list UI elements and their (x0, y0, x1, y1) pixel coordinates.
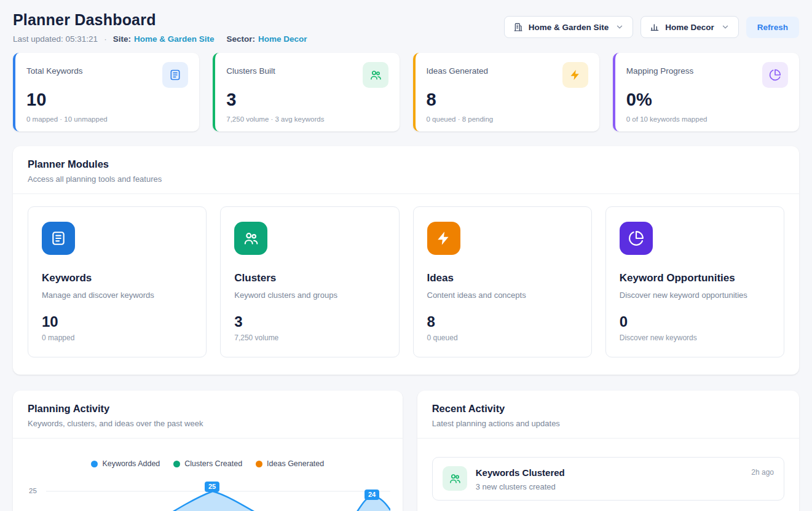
stat-subtext: 0 queued · 8 pending (427, 115, 588, 123)
last-updated-text: Last updated: 05:31:21 (13, 34, 98, 44)
building-icon (513, 22, 523, 32)
stat-value: 8 (427, 90, 588, 110)
stat-label: Total Keywords (26, 62, 83, 76)
planning-activity-header: Planning Activity Keywords, clusters, an… (13, 391, 403, 438)
module-card-ideas[interactable]: Ideas Content ideas and concepts 8 0 que… (413, 206, 592, 357)
planning-activity-title: Planning Activity (28, 403, 388, 415)
divider (417, 438, 799, 439)
stat-card-clusters-built: Clusters Built 3 7,250 volume · 3 avg ke… (213, 53, 399, 131)
activity-timestamp: 2h ago (751, 466, 774, 477)
stat-value: 0% (626, 90, 788, 110)
planner-modules-panel: Planner Modules Access all planning tool… (13, 146, 799, 375)
module-value: 8 (427, 313, 578, 330)
bolt-icon (427, 222, 460, 255)
site-label: Site: (113, 34, 131, 44)
module-subtext: Discover new keywords (620, 334, 770, 342)
users-icon (234, 222, 267, 255)
module-value: 3 (234, 313, 385, 330)
legend-dot (91, 461, 98, 467)
sector-selector[interactable]: Home Decor (641, 16, 739, 38)
y-axis-tick: 25 (29, 487, 37, 494)
module-title: Ideas (427, 272, 578, 284)
chart-legend: Keywords Added Clusters Created Ideas Ge… (13, 439, 403, 468)
stat-value: 3 (226, 90, 388, 110)
activity-description: 3 new clusters created (476, 482, 565, 491)
legend-dot (256, 461, 262, 467)
chevron-down-icon (721, 23, 730, 31)
stat-card-mapping-progress: Mapping Progress 0% 0 of 10 keywords map… (613, 53, 799, 131)
planning-activity-panel: Planning Activity Keywords, clusters, an… (13, 391, 403, 511)
modules-grid: Keywords Manage and discover keywords 10… (13, 194, 799, 375)
site-selector[interactable]: Home & Garden Site (504, 16, 634, 38)
page-header: Planner Dashboard Last updated: 05:31:21… (13, 11, 799, 44)
activity-content: Keywords Clustered 3 new clusters create… (476, 466, 565, 491)
planning-activity-subtitle: Keywords, clusters, and ideas over the p… (28, 419, 388, 428)
modules-subtitle: Access all planning tools and features (28, 174, 784, 184)
pie-chart-icon (762, 62, 788, 88)
users-icon (443, 466, 467, 491)
module-description: Discover new keyword opportunities (620, 291, 770, 300)
module-description: Keyword clusters and groups (234, 291, 385, 300)
stat-card-ideas-generated: Ideas Generated 8 0 queued · 8 pending (413, 53, 599, 131)
module-value: 0 (620, 313, 770, 330)
stat-subtext: 0 mapped · 10 unmapped (26, 115, 188, 123)
header-controls: Home & Garden Site Home Decor Refresh (504, 16, 799, 38)
module-card-keyword-opportunities[interactable]: Keyword Opportunities Discover new keywo… (605, 206, 784, 357)
modules-title: Planner Modules (28, 158, 784, 170)
document-icon (42, 222, 75, 255)
page-title: Planner Dashboard (13, 11, 307, 29)
dot-separator: · (104, 34, 107, 44)
stat-label: Clusters Built (226, 62, 275, 76)
stat-subtext: 7,250 volume · 3 avg keywords (226, 115, 388, 123)
refresh-button[interactable]: Refresh (746, 17, 799, 38)
recent-activity-subtitle: Latest planning actions and updates (432, 419, 784, 428)
legend-item-keywords-added: Keywords Added (91, 459, 160, 468)
activity-area-chart: 25 25 24 (22, 478, 395, 511)
stat-subtext: 0 of 10 keywords mapped (626, 115, 788, 123)
meta-line: Last updated: 05:31:21 · Site: Home & Ga… (13, 34, 307, 44)
chevron-down-icon (615, 23, 624, 31)
module-title: Clusters (234, 272, 385, 284)
module-subtext: 0 queued (427, 334, 578, 342)
bottom-row: Planning Activity Keywords, clusters, an… (13, 391, 799, 511)
legend-dot (173, 461, 180, 467)
module-title: Keyword Opportunities (620, 272, 770, 284)
recent-activity-header: Recent Activity Latest planning actions … (417, 391, 799, 438)
document-icon (162, 62, 188, 88)
site-selector-value: Home & Garden Site (529, 23, 609, 32)
stat-card-total-keywords: Total Keywords 10 0 mapped · 10 unmapped (13, 53, 199, 131)
module-card-clusters[interactable]: Clusters Keyword clusters and groups 3 7… (220, 206, 399, 357)
users-icon (363, 62, 388, 88)
module-description: Manage and discover keywords (42, 291, 192, 300)
module-title: Keywords (42, 272, 192, 284)
bar-chart-icon (650, 22, 660, 32)
planner-dashboard-page: Planner Dashboard Last updated: 05:31:21… (0, 0, 812, 511)
activity-item: Keywords Clustered 3 new clusters create… (432, 457, 784, 501)
pie-chart-icon (620, 222, 653, 255)
legend-item-clusters-created: Clusters Created (173, 459, 242, 468)
module-value: 10 (42, 313, 192, 330)
data-point-label: 25 (205, 482, 219, 492)
header-left: Planner Dashboard Last updated: 05:31:21… (13, 11, 307, 44)
legend-label: Ideas Generated (267, 459, 324, 468)
stat-label: Ideas Generated (427, 62, 489, 76)
sector-selector-value: Home Decor (665, 23, 714, 32)
sector-link[interactable]: Home Decor (258, 34, 307, 44)
activity-title: Keywords Clustered (476, 466, 565, 478)
stats-row: Total Keywords 10 0 mapped · 10 unmapped… (13, 53, 799, 131)
bolt-icon (562, 62, 588, 88)
module-subtext: 7,250 volume (234, 334, 385, 342)
legend-label: Clusters Created (184, 459, 242, 468)
stat-value: 10 (26, 90, 188, 110)
site-link[interactable]: Home & Garden Site (134, 34, 215, 44)
recent-activity-title: Recent Activity (432, 403, 784, 415)
legend-label: Keywords Added (102, 459, 160, 468)
legend-item-ideas-generated: Ideas Generated (256, 459, 324, 468)
data-point-label: 24 (365, 490, 379, 500)
module-subtext: 0 mapped (42, 334, 192, 342)
recent-activity-panel: Recent Activity Latest planning actions … (417, 391, 799, 511)
module-description: Content ideas and concepts (427, 291, 578, 300)
stat-label: Mapping Progress (626, 62, 694, 76)
sector-label: Sector: (226, 34, 255, 44)
module-card-keywords[interactable]: Keywords Manage and discover keywords 10… (28, 206, 207, 357)
